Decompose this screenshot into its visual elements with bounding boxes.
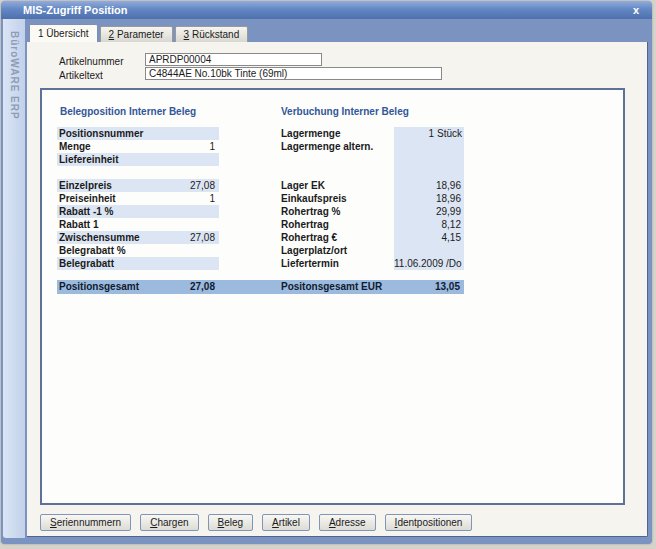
titlebar[interactable]: MIS-Zugriff Position x xyxy=(1,1,652,19)
field-label: Lagermenge altern. xyxy=(281,140,394,153)
close-icon[interactable]: x xyxy=(630,4,642,16)
field-row: Rabatt -1 % xyxy=(57,205,219,218)
field-row xyxy=(57,166,219,179)
overview-panel: Belegposition Interner Beleg Verbuchung … xyxy=(40,88,625,505)
field-value: 1 xyxy=(209,192,219,205)
field-value xyxy=(215,257,219,270)
field-label: Lager EK xyxy=(281,179,394,192)
artikelnummer-input[interactable] xyxy=(145,53,322,66)
tab-bar: 1 Übersicht2 Parameter3 Rückstand xyxy=(29,25,250,42)
field-row xyxy=(281,153,464,166)
right-section-heading: Verbuchung Interner Beleg xyxy=(281,106,409,117)
tab-3[interactable]: 3 Rückstand xyxy=(175,26,249,42)
field-row: Menge1 xyxy=(57,140,219,153)
field-value xyxy=(394,166,464,179)
field-label: Rabatt 1 xyxy=(57,218,215,231)
field-value xyxy=(215,166,219,179)
position-total-eur-label: Positonsgesamt EUR xyxy=(281,280,382,294)
artikelnummer-label: Artikelnummer xyxy=(59,56,123,67)
field-value: 29,99 xyxy=(394,205,464,218)
value-band xyxy=(394,166,464,179)
field-row: Lagerplatz/ort xyxy=(281,244,464,257)
artikeltext-input[interactable] xyxy=(145,67,442,80)
field-value xyxy=(215,153,219,166)
field-row: Rohertrag %29,99 xyxy=(281,205,464,218)
field-value: 1 xyxy=(209,140,219,153)
field-label: Positionsnummer xyxy=(57,127,215,140)
field-row: Rabatt 1 xyxy=(57,218,219,231)
field-value: 8,12 xyxy=(394,218,464,231)
tab-2[interactable]: 2 Parameter xyxy=(100,26,173,42)
position-total-value: 27,08 xyxy=(57,280,215,294)
field-value: 18,96 xyxy=(394,179,464,192)
value-band: 1Stück xyxy=(394,127,464,140)
content-area: Artikelnummer Artikeltext Belegposition … xyxy=(27,42,648,537)
value-band xyxy=(394,153,464,166)
field-label xyxy=(57,166,215,179)
field-value: 18,96 xyxy=(394,192,464,205)
field-label: Liefereinheit xyxy=(57,153,215,166)
field-value: 1 xyxy=(394,127,437,140)
value-band xyxy=(394,140,464,153)
field-row: Preiseinheit1 xyxy=(57,192,219,205)
field-label: Einkaufspreis xyxy=(281,192,394,205)
tab-1[interactable]: 1 Übersicht xyxy=(29,24,98,42)
value-band: 11.06.2009 /Do xyxy=(394,257,464,270)
totals-band: Positionsgesamt 27,08 Positonsgesamt EUR… xyxy=(57,280,464,294)
position-total-eur-value: 13,05 xyxy=(435,280,460,294)
beleg-button[interactable]: Beleg xyxy=(208,514,254,531)
chargen-button[interactable]: Chargen xyxy=(140,514,198,531)
field-value xyxy=(215,127,219,140)
adresse-button[interactable]: Adresse xyxy=(319,514,376,531)
field-row: Lagermenge1Stück xyxy=(281,127,464,140)
identpositionen-button[interactable]: Identpositionen xyxy=(385,514,473,531)
field-row: Rohertrag8,12 xyxy=(281,218,464,231)
artikeltext-label: Artikeltext xyxy=(59,70,103,81)
right-rows: Lagermenge1StückLagermenge altern.Lager … xyxy=(281,127,464,270)
footer-buttons: SeriennummernChargenBelegArtikelAdresseI… xyxy=(40,514,481,531)
field-label: Lagerplatz/ort xyxy=(281,244,394,257)
brand-sidebar: BüroWARE ERP xyxy=(3,19,25,538)
artikel-button[interactable]: Artikel xyxy=(262,514,310,531)
field-label: Rohertrag € xyxy=(281,231,394,244)
field-row xyxy=(281,166,464,179)
field-label: Liefertermin xyxy=(281,257,394,270)
field-row: Lager EK18,96 xyxy=(281,179,464,192)
field-label: Zwischensumme xyxy=(57,231,190,244)
field-row: Einkaufspreis18,96 xyxy=(281,192,464,205)
field-row: Einzelpreis27,08 xyxy=(57,179,219,192)
brand-label: BüroWARE ERP xyxy=(9,31,20,120)
field-row: Positionsnummer xyxy=(57,127,219,140)
value-band xyxy=(394,244,464,257)
seriennummern-button[interactable]: Seriennummern xyxy=(40,514,131,531)
left-rows: PositionsnummerMenge1LiefereinheitEinzel… xyxy=(57,127,219,270)
field-row: Belegrabatt % xyxy=(57,244,219,257)
field-label: Einzelpreis xyxy=(57,179,190,192)
field-label: Preiseinheit xyxy=(57,192,209,205)
field-row: Rohertrag €4,15 xyxy=(281,231,464,244)
field-value xyxy=(215,205,219,218)
window-title: MIS-Zugriff Position xyxy=(23,4,630,16)
field-label: Belegrabatt xyxy=(57,257,215,270)
value-band: 4,15 xyxy=(394,231,464,244)
field-label xyxy=(281,153,394,166)
field-value xyxy=(394,244,464,257)
field-value: 4,15 xyxy=(394,231,464,244)
field-label: Rabatt -1 % xyxy=(57,205,215,218)
field-row: Zwischensumme27,08 xyxy=(57,231,219,244)
field-row: Lagermenge altern. xyxy=(281,140,464,153)
field-value xyxy=(215,244,219,257)
field-label: Belegrabatt % xyxy=(57,244,215,257)
value-band: 29,99 xyxy=(394,205,464,218)
field-row: Liefertermin11.06.2009 /Do xyxy=(281,257,464,270)
field-label: Rohertrag xyxy=(281,218,394,231)
field-value xyxy=(394,153,464,166)
field-label: Menge xyxy=(57,140,209,153)
field-label: Rohertrag % xyxy=(281,205,394,218)
field-value: 27,08 xyxy=(190,179,219,192)
field-label: Lagermenge xyxy=(281,127,394,140)
field-value xyxy=(215,218,219,231)
mis-window: MIS-Zugriff Position x BüroWARE ERP 1 Üb… xyxy=(1,1,652,544)
value-band: 8,12 xyxy=(394,218,464,231)
left-section-heading: Belegposition Interner Beleg xyxy=(60,106,196,117)
